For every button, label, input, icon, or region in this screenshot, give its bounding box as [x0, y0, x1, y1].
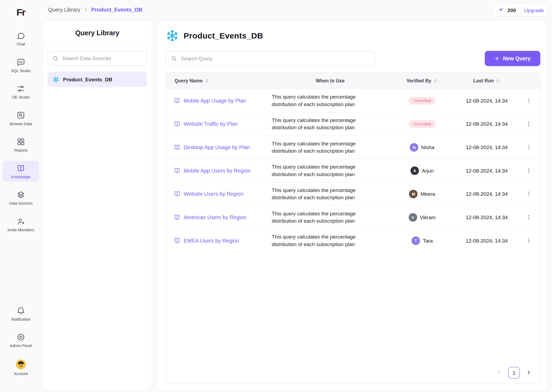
column-header-last-run[interactable]: Last Run [456, 78, 518, 83]
query-description: This query calculates the percentage dis… [272, 117, 367, 131]
snowflake-icon [52, 76, 59, 83]
sidebar-item-admin-panel[interactable]: Admin Panel [3, 330, 39, 351]
search-icon [52, 55, 58, 61]
last-run-value: 12-08-2024, 14:34 [456, 144, 518, 150]
query-book-icon [174, 167, 181, 174]
sidebar-item-label: DE Studio [12, 95, 30, 99]
sidebar-item-label: Data Sources [9, 201, 33, 205]
query-description: This query calculates the percentage dis… [272, 93, 367, 108]
sidebar-item-account[interactable]: Account [3, 356, 39, 379]
sort-icon [433, 78, 438, 83]
query-name-link[interactable]: Website Traffic by Plan [184, 121, 238, 127]
column-header-verified-by[interactable]: Verified By [388, 78, 456, 83]
query-table: Query Name When to Use Verified By Last … [165, 72, 540, 384]
table-row: Website Traffic by Plan This query calcu… [166, 112, 540, 135]
page-title: Product_Events_DB [184, 31, 263, 40]
query-name-link[interactable]: Mobile App Usage by Plan [184, 97, 246, 103]
data-source-name: Product_Events_DB [63, 76, 112, 82]
toolbar: New Query [165, 51, 540, 66]
row-menu-button[interactable] [525, 166, 533, 175]
row-menu-button[interactable] [525, 143, 533, 152]
query-search[interactable] [165, 51, 375, 66]
verifier-avatar: T [412, 236, 420, 245]
table-row: Mobile App Users by Region This query ca… [166, 159, 540, 182]
column-header-label: When to Use [316, 78, 344, 83]
row-menu-button[interactable] [525, 190, 533, 198]
chat-icon [17, 32, 25, 40]
query-book-icon [174, 191, 181, 197]
bell-icon [17, 306, 25, 315]
sidebar-item-de-studio[interactable]: DE Studio [3, 81, 39, 102]
query-name-link[interactable]: Americas Users by Region [184, 214, 246, 220]
query-search-input[interactable] [180, 55, 370, 62]
column-header-when-to-use: When to Use [272, 78, 388, 83]
query-name-link[interactable]: Desktop App Usage by Plan [184, 144, 250, 150]
search-icon [171, 55, 177, 61]
breadcrumb-parent-link[interactable]: Query Library [48, 7, 80, 13]
page-header: Product_Events_DB [165, 29, 540, 43]
brand-logo[interactable]: Fr [16, 6, 25, 23]
sidebar-item-invite-members[interactable]: Invite Members [3, 214, 39, 234]
query-description: This query calculates the percentage dis… [272, 233, 367, 248]
sidebar-item-notification[interactable]: Notification [3, 303, 39, 324]
table-header-row: Query Name When to Use Verified By Last … [166, 72, 540, 89]
data-source-search-input[interactable] [61, 55, 142, 62]
query-name-link[interactable]: Website Users by Region [184, 191, 243, 197]
sidebar-item-reports[interactable]: Reports [3, 134, 39, 155]
data-source-item-selected[interactable]: Product_Events_DB [48, 72, 147, 87]
plus-icon [494, 56, 500, 61]
data-source-search[interactable] [48, 51, 147, 66]
sidebar-item-label: Reports [14, 148, 28, 152]
upgrade-link[interactable]: Upgrade [524, 7, 544, 13]
verifier-avatar: M [409, 190, 418, 198]
pagination: 1 [166, 362, 540, 383]
row-menu-button[interactable] [525, 236, 533, 245]
verifier-name: Vikram [420, 214, 436, 220]
sidebar-item-label: Chat [17, 42, 25, 46]
last-run-value: 12-08-2024, 14:34 [456, 121, 518, 127]
sidebar-item-browse-data[interactable]: Browse Data [3, 108, 39, 128]
invite-members-icon [17, 217, 25, 226]
sidebar-item-label: Account [14, 372, 28, 376]
query-name-link[interactable]: Mobile App Users by Region [184, 167, 250, 173]
new-query-button[interactable]: New Query [485, 51, 540, 66]
sidebar-item-chat[interactable]: Chat [3, 28, 39, 49]
library-panel-title: Query Library [43, 20, 152, 45]
sidebar-item-label: SQL Studio [11, 69, 31, 73]
sidebar-item-knowledge[interactable]: Knowledge [3, 161, 39, 181]
query-book-icon [174, 97, 181, 104]
breadcrumb: Query Library Product_Events_DB [48, 7, 142, 13]
de-studio-icon [17, 85, 25, 93]
query-name-link[interactable]: EMEA Users by Region [184, 237, 239, 243]
last-run-value: 12-08-2024, 14:34 [456, 191, 518, 197]
breadcrumb-current: Product_Events_DB [91, 7, 142, 13]
new-query-button-label: New Query [503, 55, 531, 61]
query-description: This query calculates the percentage dis… [272, 187, 367, 201]
row-menu-button[interactable] [525, 120, 533, 128]
browse-data-icon [17, 111, 25, 120]
column-header-query-name[interactable]: Query Name [166, 78, 272, 83]
row-menu-button[interactable] [525, 213, 533, 222]
sidebar-item-label: Browse Data [10, 122, 32, 126]
divider [520, 7, 520, 13]
next-page-button[interactable] [525, 369, 532, 376]
verifier-avatar: N [410, 143, 419, 152]
verifier-name: Meera [420, 191, 435, 197]
column-header-label: Verified By [407, 78, 432, 83]
previous-page-button[interactable] [496, 369, 503, 376]
data-sources-icon [17, 191, 25, 199]
row-menu-button[interactable] [525, 96, 533, 105]
query-book-icon [174, 214, 181, 220]
unverified-badge: Unverified [409, 120, 436, 128]
query-description: This query calculates the percentage dis… [272, 210, 367, 225]
query-book-icon [174, 144, 181, 150]
app-window: Fr Chat SQL Studio DE Studio Browse Data [0, 0, 552, 392]
last-run-value: 12-08-2024, 14:34 [456, 214, 518, 220]
table-row: Americas Users by Region This query calc… [166, 205, 540, 229]
current-page-button[interactable]: 1 [508, 367, 520, 378]
verifier-name: Tara [423, 238, 433, 243]
sidebar-item-sql-studio[interactable]: SQL Studio [3, 55, 39, 75]
verifier-avatar: A [410, 166, 419, 175]
sidebar-item-data-sources[interactable]: Data Sources [3, 187, 39, 208]
table-row: Website Users by Region This query calcu… [166, 182, 540, 205]
